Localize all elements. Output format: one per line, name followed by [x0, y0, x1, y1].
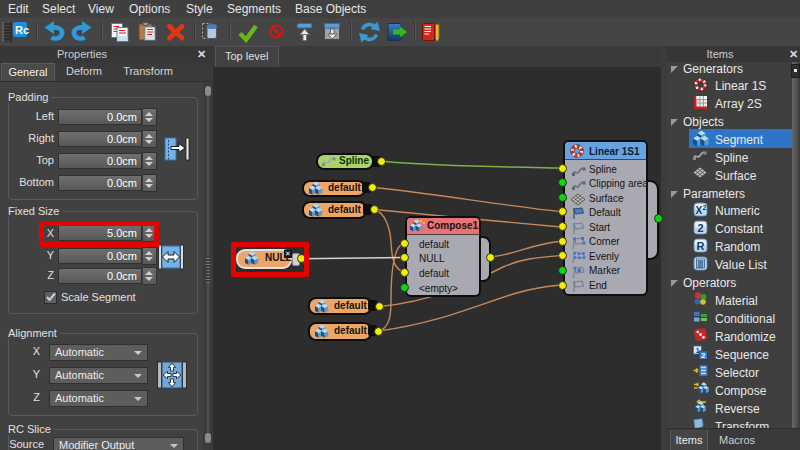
svg-text:Rc: Rc — [15, 24, 29, 36]
svg-text:X: X — [696, 205, 703, 216]
svg-text:2: 2 — [698, 222, 704, 234]
svg-text:R: R — [697, 240, 705, 252]
svg-text:2: 2 — [703, 204, 707, 211]
svg-text:2: 2 — [701, 351, 706, 360]
